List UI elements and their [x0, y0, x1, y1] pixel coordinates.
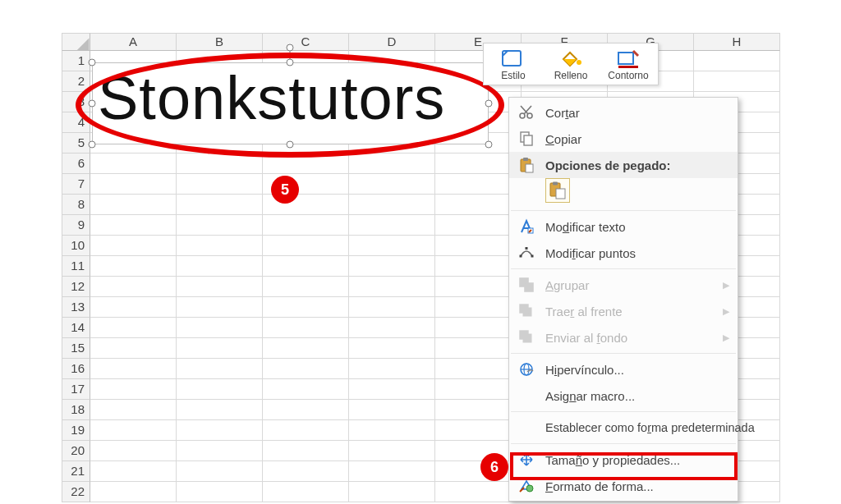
- cell[interactable]: [177, 195, 263, 215]
- mini-outline-button[interactable]: Contorno: [605, 47, 651, 81]
- cell[interactable]: [349, 297, 435, 318]
- cell[interactable]: [349, 236, 435, 256]
- row-header-10[interactable]: 10: [62, 236, 90, 256]
- cell[interactable]: [694, 71, 780, 92]
- cell[interactable]: [90, 256, 177, 277]
- handle-ml[interactable]: [89, 100, 96, 108]
- row-header-11[interactable]: 11: [62, 256, 90, 277]
- mini-style-button[interactable]: Estilo: [490, 47, 536, 81]
- row-header-7[interactable]: 7: [62, 174, 90, 195]
- cell[interactable]: [263, 461, 349, 482]
- cell[interactable]: [90, 236, 177, 256]
- cell[interactable]: [177, 236, 263, 256]
- handle-mr[interactable]: [485, 100, 493, 108]
- cell[interactable]: [90, 359, 177, 379]
- cell[interactable]: [177, 256, 263, 277]
- cell[interactable]: [177, 482, 263, 502]
- cell[interactable]: [177, 297, 263, 318]
- handle-tm[interactable]: [287, 59, 294, 66]
- row-header-18[interactable]: 18: [62, 400, 90, 420]
- cell[interactable]: [263, 256, 349, 277]
- cell[interactable]: [263, 359, 349, 379]
- cell[interactable]: [349, 277, 435, 297]
- cell[interactable]: [349, 256, 435, 277]
- cell[interactable]: [263, 277, 349, 297]
- cell[interactable]: [349, 461, 435, 482]
- cell[interactable]: [349, 359, 435, 379]
- cell[interactable]: [177, 379, 263, 400]
- column-header-D[interactable]: D: [349, 33, 435, 51]
- cell[interactable]: [263, 379, 349, 400]
- rotation-handle[interactable]: [287, 44, 294, 52]
- row-header-16[interactable]: 16: [62, 359, 90, 379]
- cell[interactable]: [177, 359, 263, 379]
- cell[interactable]: [177, 318, 263, 338]
- cell[interactable]: [349, 482, 435, 502]
- column-header-B[interactable]: B: [177, 33, 263, 51]
- cell[interactable]: [177, 441, 263, 461]
- menu-edit-points[interactable]: Modificar puntos: [509, 240, 738, 266]
- row-header-5[interactable]: 5: [62, 133, 90, 153]
- row-header-21[interactable]: 21: [62, 461, 90, 482]
- cell[interactable]: [349, 379, 435, 400]
- row-header-13[interactable]: 13: [62, 297, 90, 318]
- cell[interactable]: [177, 174, 263, 195]
- row-header-3[interactable]: 3: [62, 92, 90, 112]
- cell[interactable]: [349, 338, 435, 359]
- row-header-17[interactable]: 17: [62, 379, 90, 400]
- menu-edit-text[interactable]: Modificar texto: [509, 213, 738, 240]
- text-box-shape[interactable]: Stonkstutors: [92, 62, 489, 144]
- row-header-20[interactable]: 20: [62, 441, 90, 461]
- column-header-C[interactable]: C: [263, 33, 349, 51]
- row-header-14[interactable]: 14: [62, 318, 90, 338]
- cell[interactable]: [263, 318, 349, 338]
- row-header-4[interactable]: 4: [62, 112, 90, 133]
- cell[interactable]: [349, 195, 435, 215]
- row-header-22[interactable]: 22: [62, 482, 90, 502]
- cell[interactable]: [90, 195, 177, 215]
- cell[interactable]: [177, 277, 263, 297]
- cell[interactable]: [263, 441, 349, 461]
- row-header-9[interactable]: 9: [62, 215, 90, 236]
- menu-size-props[interactable]: Tamaño y propiedades...: [509, 447, 738, 473]
- cell[interactable]: [90, 461, 177, 482]
- cell[interactable]: [263, 338, 349, 359]
- cell[interactable]: [90, 174, 177, 195]
- handle-br[interactable]: [485, 141, 493, 149]
- cell[interactable]: [349, 153, 435, 174]
- cell[interactable]: [177, 461, 263, 482]
- paste-option-default[interactable]: [545, 178, 570, 203]
- cell[interactable]: [90, 338, 177, 359]
- cell[interactable]: [263, 420, 349, 441]
- cell[interactable]: [177, 400, 263, 420]
- cell[interactable]: [349, 174, 435, 195]
- cell[interactable]: [177, 153, 263, 174]
- cell[interactable]: [90, 277, 177, 297]
- cell[interactable]: [349, 400, 435, 420]
- cell[interactable]: [694, 51, 780, 71]
- cell[interactable]: [263, 153, 349, 174]
- menu-set-default[interactable]: Establecer como forma predeterminada: [509, 415, 738, 441]
- cell[interactable]: [263, 174, 349, 195]
- cell[interactable]: [90, 297, 177, 318]
- handle-tl[interactable]: [89, 59, 96, 66]
- cell[interactable]: [177, 338, 263, 359]
- cell[interactable]: [90, 400, 177, 420]
- cell[interactable]: [263, 215, 349, 236]
- cell[interactable]: [263, 236, 349, 256]
- row-header-6[interactable]: 6: [62, 153, 90, 174]
- menu-hyperlink[interactable]: Hipervínculo...: [509, 356, 738, 383]
- cell[interactable]: [90, 318, 177, 338]
- cell[interactable]: [263, 400, 349, 420]
- column-header-A[interactable]: A: [90, 33, 177, 51]
- row-header-12[interactable]: 12: [62, 277, 90, 297]
- row-header-19[interactable]: 19: [62, 420, 90, 441]
- mini-fill-button[interactable]: Relleno: [548, 47, 594, 81]
- menu-assign-macro[interactable]: Asignar macro...: [509, 383, 738, 409]
- row-header-2[interactable]: 2: [62, 71, 90, 92]
- cell[interactable]: [263, 482, 349, 502]
- row-header-15[interactable]: 15: [62, 338, 90, 359]
- handle-bm[interactable]: [287, 141, 294, 149]
- menu-format-shape[interactable]: Formato de forma...: [509, 473, 738, 499]
- row-header-8[interactable]: 8: [62, 195, 90, 215]
